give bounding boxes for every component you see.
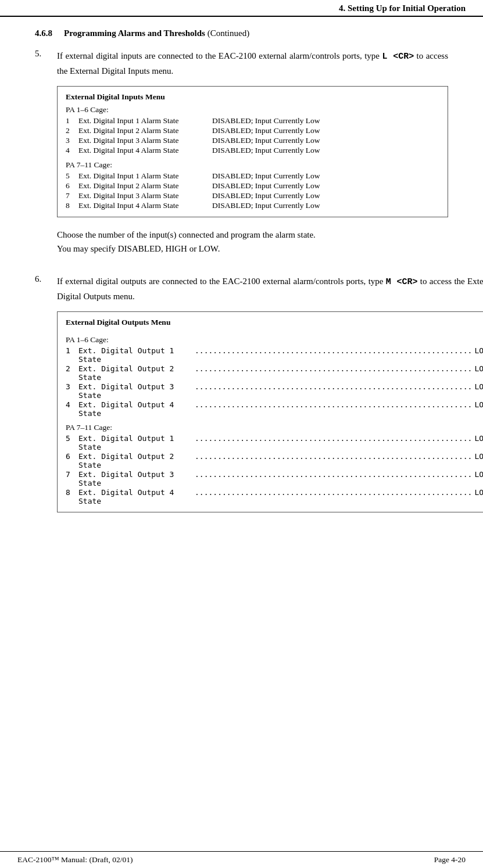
- list-item: 4Ext. Digital Output 4 State............…: [66, 400, 483, 418]
- list-item: 3Ext. Digital Output 3 State............…: [66, 382, 483, 400]
- digital-outputs-cage1-label: PA 1–6 Cage:: [66, 335, 483, 345]
- footer-right: Page 4-20: [434, 855, 466, 865]
- page-footer: EAC-2100™ Manual: (Draft, 02/01) Page 4-…: [0, 851, 483, 868]
- digital-outputs-rows2: 5Ext. Digital Output 1 State............…: [66, 434, 483, 505]
- list-item: 2Ext. Digital Output 2 State............…: [66, 364, 483, 382]
- section-continued: (Continued): [207, 28, 250, 38]
- section-title: Programming Alarms and Thresholds: [64, 28, 205, 38]
- list-item: 2Ext. Digital Input 2 Alarm StateDISABLE…: [66, 126, 439, 135]
- step-6-paragraph: If external digital outputs are connecte…: [57, 274, 483, 303]
- list-item: 5Ext. Digital Output 1 State............…: [66, 434, 483, 451]
- list-item: 8Ext. Digital Input 4 Alarm StateDISABLE…: [66, 201, 439, 210]
- step-5: 5. If external digital inputs are connec…: [35, 49, 448, 264]
- step-5-code: L <CR>: [382, 52, 414, 62]
- page-content: 4.6.8Programming Alarms and Thresholds (…: [0, 17, 483, 568]
- list-item: 8Ext. Digital Output 4 State............…: [66, 488, 483, 505]
- step-5-body: If external digital inputs are connected…: [57, 49, 448, 264]
- step-6-code: M <CR>: [386, 277, 418, 287]
- list-item: 3Ext. Digital Input 3 Alarm StateDISABLE…: [66, 136, 439, 145]
- digital-inputs-cage2-label: PA 7–11 Cage:: [66, 160, 439, 170]
- digital-outputs-rows1: 1Ext. Digital Output 1 State............…: [66, 346, 483, 418]
- digital-inputs-rows2: 5Ext. Digital Input 1 Alarm StateDISABLE…: [66, 171, 439, 210]
- step-5-number: 5.: [35, 49, 57, 264]
- list-item: 1Ext. Digital Input 1 Alarm StateDISABLE…: [66, 116, 439, 125]
- step-5-followup: Choose the number of the input(s) connec…: [57, 228, 448, 256]
- step-6-number: 6.: [35, 274, 57, 523]
- step-6-body: If external digital outputs are connecte…: [57, 274, 483, 523]
- list-item: 6Ext. Digital Input 2 Alarm StateDISABLE…: [66, 181, 439, 191]
- step-6: 6. If external digital outputs are conne…: [35, 274, 448, 523]
- list-item: 7Ext. Digital Output 3 State............…: [66, 470, 483, 487]
- section-heading: 4.6.8Programming Alarms and Thresholds (…: [35, 28, 448, 38]
- digital-inputs-cage1-label: PA 1–6 Cage:: [66, 105, 439, 114]
- list-item: 7Ext. Digital Input 3 Alarm StateDISABLE…: [66, 191, 439, 200]
- list-item: 5Ext. Digital Input 1 Alarm StateDISABLE…: [66, 171, 439, 181]
- header-text: 4. Setting Up for Initial Operation: [339, 3, 466, 13]
- list-item: 1Ext. Digital Output 1 State............…: [66, 346, 483, 364]
- digital-inputs-menu-title: External Digital Inputs Menu: [66, 92, 439, 102]
- footer-left: EAC-2100™ Manual: (Draft, 02/01): [17, 855, 133, 865]
- page-header: 4. Setting Up for Initial Operation: [0, 0, 483, 17]
- list-item: 4Ext. Digital Input 4 Alarm StateDISABLE…: [66, 146, 439, 155]
- step-5-paragraph: If external digital inputs are connected…: [57, 49, 448, 78]
- digital-outputs-menu-title: External Digital Outputs Menu: [66, 318, 483, 327]
- digital-inputs-rows1: 1Ext. Digital Input 1 Alarm StateDISABLE…: [66, 116, 439, 155]
- list-item: 6Ext. Digital Output 2 State............…: [66, 452, 483, 469]
- digital-outputs-cage2-label: PA 7–11 Cage:: [66, 423, 483, 432]
- digital-outputs-menu-box: External Digital Outputs Menu PA 1–6 Cag…: [57, 311, 483, 512]
- section-number: 4.6.8: [35, 28, 52, 38]
- digital-inputs-menu-box: External Digital Inputs Menu PA 1–6 Cage…: [57, 86, 448, 217]
